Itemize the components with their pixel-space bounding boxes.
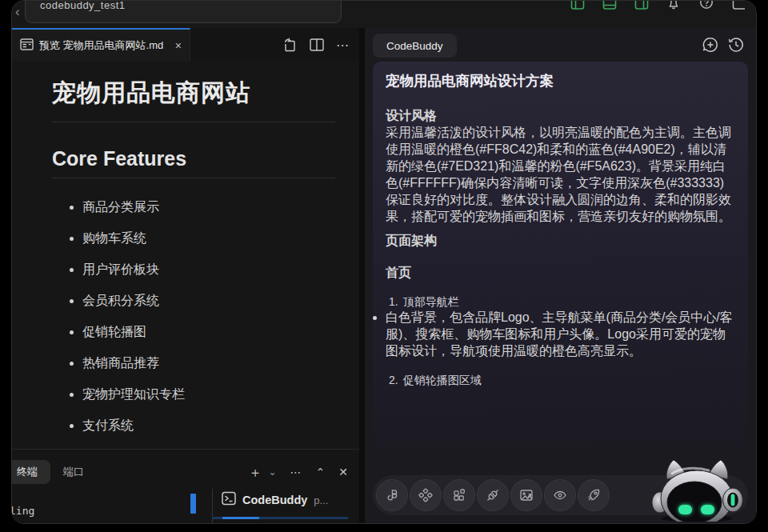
- open-changes-icon[interactable]: [282, 38, 298, 53]
- editor-actions: ⋯: [282, 28, 350, 62]
- design-style-heading: 设计风格: [386, 108, 735, 125]
- item-number: 2.: [389, 374, 398, 388]
- terminal-tabs: 终端 端口: [12, 460, 97, 484]
- process-suffix: p...: [314, 494, 328, 506]
- layout-panel-left-icon[interactable]: [570, 0, 585, 14]
- close-panel-icon[interactable]: ✕: [338, 466, 348, 478]
- nav-detail-list: 白色背景，包含品牌Logo、主导航菜单(商品分类/会员中心/客服)、搜索框、购物…: [386, 310, 735, 360]
- list-item: 宠物护理知识专栏: [82, 386, 335, 403]
- item-number: 1.: [389, 295, 398, 310]
- codebuddy-mascot-robot[interactable]: [643, 459, 751, 522]
- components-button[interactable]: [410, 479, 442, 511]
- codebuddy-header-icons: [702, 36, 745, 54]
- scrollbar-thumb[interactable]: [222, 517, 259, 519]
- terminal-actions: ＋ ⌄ ⋯ ⌃ ✕: [248, 460, 348, 484]
- item-text: 促销轮播图区域: [403, 374, 482, 388]
- rocket-button[interactable]: [578, 479, 610, 511]
- preview-section-heading: Core Features: [52, 147, 335, 170]
- process-label: CodeBuddy: [242, 494, 307, 506]
- terminal-panel: 终端 端口 ＋ ⌄ ⋯ ⌃ ✕ ling CodeBu: [12, 449, 359, 523]
- tab-ports[interactable]: 端口: [50, 460, 97, 484]
- screenshot-stage: ‹ codebuddy_test1 预览 宠物用品电商网站.md: [0, 0, 768, 532]
- command-center[interactable]: codebuddy_test1: [25, 0, 342, 23]
- home-page-heading: 首页: [386, 265, 735, 282]
- tab-close-icon[interactable]: ×: [175, 39, 182, 52]
- codebuddy-header: CodeBuddy: [365, 28, 756, 62]
- list-item: 用户评价板块: [82, 261, 335, 278]
- codebuddy-brand-tab[interactable]: CodeBuddy: [373, 34, 457, 58]
- image-upload-button[interactable]: [510, 479, 542, 511]
- back-chevron-icon[interactable]: ‹: [15, 4, 20, 20]
- layout-panel-bottom-icon[interactable]: [602, 0, 617, 14]
- history-icon[interactable]: [727, 36, 745, 54]
- page-architecture-heading: 页面架构: [386, 233, 735, 250]
- terminal-icon: [222, 491, 236, 509]
- blocks-button[interactable]: [443, 479, 475, 511]
- codebuddy-panel: CodeBuddy 宠物用品电商网站设计方案 设计风格 采用温馨活泼的设计风格，…: [365, 28, 756, 523]
- list-item: 会员积分系统: [82, 292, 335, 310]
- terminal-more-icon[interactable]: ⋯: [290, 466, 302, 478]
- list-item: 购物车系统: [82, 230, 335, 247]
- list-item: 白色背景，包含品牌Logo、主导航菜单(商品分类/会员中心/客服)、搜索框、购物…: [386, 310, 735, 360]
- editor-tabbar: 预览 宠物用品电商网站.md × ⋯: [12, 28, 359, 62]
- new-terminal-icon[interactable]: ＋: [248, 466, 262, 479]
- divider: [52, 122, 335, 122]
- list-item: 热销商品推荐: [82, 354, 335, 372]
- command-center-text: codebuddy_test1: [40, 0, 126, 11]
- preview-title: 宠物用品电商网站: [52, 77, 335, 110]
- mcp-plug-button[interactable]: [477, 479, 509, 511]
- list-item: 商品分类展示: [82, 198, 335, 216]
- tab-label: 预览 宠物用品电商网站.md: [39, 38, 163, 53]
- titlebar: ‹ codebuddy_test1: [12, 1, 756, 28]
- message-title: 宠物用品电商网站设计方案: [386, 71, 735, 90]
- bell-icon[interactable]: [666, 0, 681, 14]
- terminal-process-item[interactable]: CodeBuddy p...: [222, 491, 328, 509]
- eye-button[interactable]: [544, 479, 576, 511]
- terminal-cursor: [190, 494, 196, 514]
- figma-button[interactable]: [376, 479, 408, 511]
- markdown-preview-pane: 宠物用品电商网站 Core Features 商品分类展示 购物车系统 用户评价…: [12, 62, 359, 449]
- help-icon[interactable]: [698, 0, 714, 14]
- more-actions-icon[interactable]: ⋯: [336, 38, 350, 53]
- terminal-scrollbar[interactable]: [212, 517, 348, 519]
- layout-icon[interactable]: [732, 0, 745, 14]
- divider: [52, 178, 335, 178]
- terminal-dropdown-icon[interactable]: ⌄: [268, 467, 276, 477]
- editor-group: 预览 宠物用品电商网站.md × ⋯ 宠物用品电商网站 Core Feature…: [12, 28, 359, 523]
- main-split: 预览 宠物用品电商网站.md × ⋯ 宠物用品电商网站 Core Feature…: [12, 28, 756, 523]
- assistant-message: 宠物用品电商网站设计方案 设计风格 采用温馨活泼的设计风格，以明亮温暖的配色为主…: [373, 62, 748, 447]
- numbered-item: 2. 促销轮播图区域: [386, 374, 735, 388]
- numbered-item: 1. 顶部导航栏: [386, 295, 735, 310]
- item-text: 顶部导航栏: [403, 295, 459, 310]
- titlebar-icons: [570, 0, 745, 14]
- feature-list: 商品分类展示 购物车系统 用户评价板块 会员积分系统 促销轮播图 热销商品推荐 …: [82, 198, 335, 449]
- tab-terminal[interactable]: 终端: [11, 460, 50, 484]
- list-item: 支付系统: [82, 417, 335, 434]
- maximize-panel-icon[interactable]: ⌃: [316, 466, 326, 478]
- terminal-output: ling: [11, 505, 34, 517]
- list-item: 促销轮播图: [82, 323, 335, 341]
- split-editor-icon[interactable]: [310, 38, 324, 51]
- markdown-preview-icon: [20, 38, 34, 54]
- design-style-paragraph: 采用温馨活泼的设计风格，以明亮温暖的配色为主调。主色调使用温暖的橙色(#FF8C…: [386, 125, 735, 226]
- tab-markdown-preview[interactable]: 预览 宠物用品电商网站.md ×: [12, 28, 190, 62]
- app-window: ‹ codebuddy_test1 预览 宠物用品电商网站.md: [11, 0, 757, 524]
- new-chat-icon[interactable]: [702, 36, 719, 54]
- layout-panel-right-icon[interactable]: [634, 0, 649, 14]
